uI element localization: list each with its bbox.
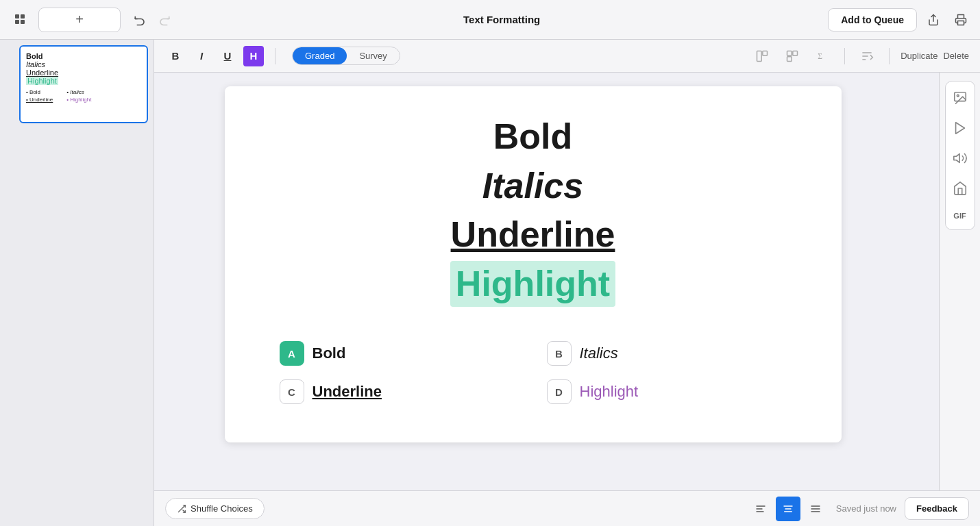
svg-marker-18 [953, 154, 959, 163]
add-slide-button[interactable]: + [38, 8, 121, 32]
underline-format-button[interactable]: U [217, 46, 238, 66]
share-icon[interactable] [922, 9, 944, 31]
survey-toggle-button[interactable]: Survey [347, 47, 399, 64]
editor-area: B I U H Graded Survey [154, 40, 980, 526]
highlight-format-button[interactable]: H [243, 46, 264, 66]
math-icon[interactable]: Σ [811, 45, 833, 67]
choice-badge-d: D [547, 379, 572, 404]
saved-status: Saved just now [836, 503, 896, 514]
svg-rect-7 [763, 51, 768, 55]
bottom-bar: Shuffle Choices [154, 490, 980, 526]
thumb-underline-text: Underline [26, 68, 58, 77]
type-toggle: Graded Survey [292, 47, 400, 65]
main-content: 1 Bold Italics Underline Highlight • Bol… [0, 40, 980, 526]
align-buttons [748, 497, 828, 521]
question-text-area[interactable]: Bold Italics Underline Highlight [266, 114, 800, 327]
choice-badge-b: B [547, 341, 572, 366]
shuffle-choices-button[interactable]: Shuffle Choices [165, 498, 265, 519]
slide-thumbnail[interactable]: Bold Italics Underline Highlight • Bold … [19, 45, 148, 123]
thumb-choice-c: • Underline [26, 97, 53, 103]
svg-marker-17 [955, 123, 964, 134]
choice-b-text: Italics [580, 345, 618, 362]
choice-badge-c: C [280, 379, 304, 404]
italic-format-button[interactable]: I [191, 46, 212, 66]
undo-button[interactable] [129, 9, 151, 31]
format-toolbar: B I U H Graded Survey [154, 40, 980, 73]
question-bold-line: Bold [266, 114, 800, 160]
right-panel-card: GIF [945, 81, 975, 230]
svg-rect-1 [21, 14, 25, 18]
toolbar-divider-3 [889, 48, 890, 64]
thumb-highlight-text: Highlight [26, 77, 58, 85]
svg-rect-6 [757, 51, 762, 61]
question-highlight-line: Highlight [450, 261, 615, 308]
choice-b[interactable]: B Italics [547, 341, 787, 366]
sort-icon[interactable] [856, 45, 878, 67]
choice-badge-a: A [280, 341, 304, 366]
svg-rect-10 [787, 56, 792, 61]
toolbar-icons: Σ [751, 45, 833, 67]
choice-d[interactable]: D Highlight [547, 379, 787, 404]
bold-format-button[interactable]: B [165, 46, 186, 66]
top-bar: + Text Formatting Add to Queue [0, 0, 980, 40]
choice-a[interactable]: A Bold [280, 341, 519, 366]
question-italics-line: Italics [266, 163, 800, 210]
thumb-italics-text: Italics [26, 60, 45, 68]
svg-rect-0 [15, 14, 19, 18]
svg-rect-8 [787, 51, 792, 55]
toolbar-divider-1 [275, 48, 275, 64]
slide-canvas-wrapper: Bold Italics Underline Highlight A Bold [154, 73, 939, 490]
undo-redo-group [129, 9, 175, 31]
align-left-button[interactable] [748, 497, 773, 521]
choice-c-text: Underline [313, 383, 382, 401]
right-panel: GIF [939, 73, 980, 490]
video-icon[interactable] [951, 118, 970, 138]
question-underline-line: Underline [266, 212, 800, 258]
svg-rect-5 [958, 21, 964, 25]
layout-single-icon[interactable] [751, 45, 773, 67]
redo-button[interactable] [154, 9, 175, 31]
align-grid-button[interactable] [803, 497, 828, 521]
thumb-choice-b: • Italics [66, 89, 91, 95]
svg-text:Σ: Σ [818, 52, 823, 61]
delete-button[interactable]: Delete [943, 51, 969, 61]
shuffle-label: Shuffle Choices [191, 503, 253, 514]
print-icon[interactable] [950, 9, 972, 31]
svg-rect-9 [793, 51, 798, 55]
top-right-icons [922, 9, 972, 31]
graded-toggle-button[interactable]: Graded [293, 47, 347, 64]
toolbar-divider-2 [844, 48, 845, 64]
svg-point-16 [957, 95, 959, 97]
thumb-choice-d: • Highlight [66, 97, 91, 103]
svg-rect-2 [15, 20, 19, 24]
slides-sidebar: 1 Bold Italics Underline Highlight • Bol… [0, 40, 154, 526]
layout-grid-icon[interactable] [781, 45, 803, 67]
slide-canvas[interactable]: Bold Italics Underline Highlight A Bold [225, 86, 842, 442]
choices-area: A Bold B Italics C Underline [266, 341, 800, 404]
svg-rect-3 [21, 20, 25, 24]
thumb-bold-text: Bold [26, 52, 42, 60]
website-icon[interactable] [951, 179, 970, 198]
add-to-queue-button[interactable]: Add to Queue [828, 8, 917, 32]
gif-button[interactable]: GIF [949, 209, 970, 223]
image-icon[interactable] [951, 88, 970, 108]
choice-d-text: Highlight [580, 383, 639, 401]
page-title: Text Formatting [181, 14, 822, 25]
feedback-button[interactable]: Feedback [905, 497, 969, 520]
align-center-button[interactable] [776, 497, 800, 521]
choice-a-text: Bold [313, 345, 346, 362]
duplicate-button[interactable]: Duplicate [901, 51, 938, 61]
audio-icon[interactable] [951, 149, 970, 168]
thumb-choices: • Bold • Underline • Italics • Highlight [26, 89, 91, 103]
thumb-choice-a: • Bold [26, 89, 53, 95]
choice-c[interactable]: C Underline [280, 379, 519, 404]
grid-icon[interactable] [8, 8, 33, 32]
